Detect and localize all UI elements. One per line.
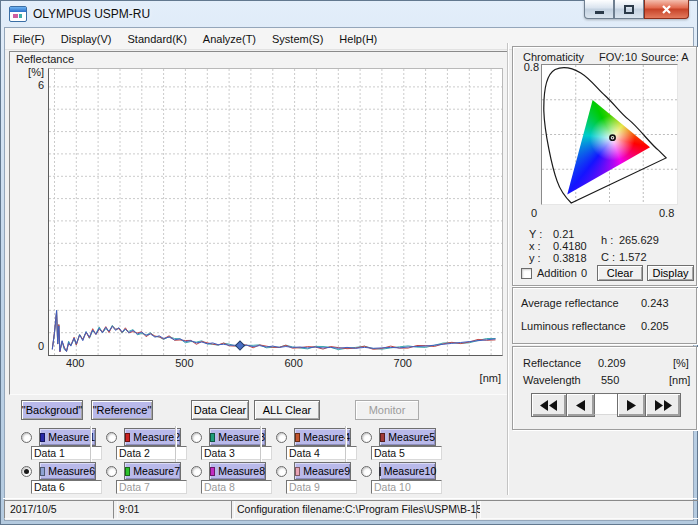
data-input-7[interactable]: Data 7 <box>116 480 187 494</box>
data-input-1[interactable]: Data 1 <box>31 446 102 460</box>
cursor-wavelength-value: 550 <box>601 374 619 386</box>
menu-item-file[interactable]: File(F) <box>5 29 53 49</box>
data-input-10[interactable]: Data 10 <box>371 480 442 494</box>
measure-color-swatch-7 <box>125 467 130 476</box>
back-icon <box>576 400 585 411</box>
reference-button[interactable]: "Reference" <box>91 400 153 420</box>
axis-label-top: 0.8 <box>517 61 539 73</box>
data-input-2[interactable]: Data 2 <box>116 446 187 460</box>
status-empty-cell <box>476 500 698 519</box>
measure-radio-10[interactable] <box>361 466 372 477</box>
status-config: Configuration filename:C:\Program Files\… <box>231 500 481 519</box>
addition-label: Addition <box>537 267 577 279</box>
measure-color-swatch-4 <box>295 433 300 442</box>
close-button[interactable] <box>644 0 689 19</box>
menu-item-standard[interactable]: Standard(K) <box>120 29 195 49</box>
measure-button-10[interactable]: Measure10 <box>379 462 436 480</box>
measure-button-label: Measure1 <box>48 431 95 443</box>
maximize-button[interactable] <box>614 0 644 19</box>
measure-button-5[interactable]: Measure5 <box>379 428 436 446</box>
cursor-marker-diamond[interactable] <box>235 341 244 350</box>
measure-button-6[interactable]: Measure6 <box>39 462 96 480</box>
measure-button-1[interactable]: Measure1 <box>39 428 96 446</box>
measure-radio-7[interactable] <box>106 466 117 477</box>
measure-button-label: Measure4 <box>303 431 350 443</box>
measure-color-swatch-5 <box>380 433 385 442</box>
x-axis-unit-label: [nm] <box>457 372 501 384</box>
cursor-wavelength-label: Wavelength <box>523 374 581 386</box>
menu-item-help[interactable]: Help(H) <box>331 29 385 49</box>
data-input-9[interactable]: Data 9 <box>286 480 357 494</box>
readout-x-value: 0.4180 <box>553 240 587 252</box>
measure-radio-4[interactable] <box>276 432 287 443</box>
addition-checkbox[interactable] <box>521 268 532 279</box>
measure-radio-8[interactable] <box>191 466 202 477</box>
readout-h-label: h : <box>601 234 613 246</box>
chromaticity-plot[interactable] <box>541 64 678 205</box>
measure-button-3[interactable]: Measure3 <box>209 428 266 446</box>
status-bar: 2017/10/5 9:01 Configuration filename:C:… <box>3 498 697 520</box>
clear-button[interactable]: Clear <box>597 265 643 281</box>
measure-color-swatch-2 <box>125 433 130 442</box>
menu-item-analyze[interactable]: Analyze(T) <box>195 29 264 49</box>
data-input-3[interactable]: Data 3 <box>201 446 272 460</box>
menu-item-display[interactable]: Display(V) <box>53 29 120 49</box>
readout-C-label: C : <box>601 251 615 263</box>
step-back-button[interactable] <box>566 393 595 417</box>
reflectance-plot[interactable] <box>48 68 503 356</box>
data-input-5[interactable]: Data 5 <box>371 446 442 460</box>
measure-radio-3[interactable] <box>191 432 202 443</box>
measure-button-7[interactable]: Measure7 <box>124 462 181 480</box>
display-button[interactable]: Display <box>647 265 694 281</box>
maximize-icon <box>624 5 634 14</box>
data-clear-button[interactable]: Data Clear <box>191 400 249 420</box>
y-axis-unit-label: [%] <box>16 66 44 78</box>
measure-radio-5[interactable] <box>361 432 372 443</box>
step-forward-button[interactable] <box>617 393 646 417</box>
monitor-button[interactable]: Monitor <box>355 400 419 420</box>
measure-radio-1[interactable] <box>21 432 32 443</box>
measure-radio-9[interactable] <box>276 466 287 477</box>
luminous-reflectance-value: 0.205 <box>641 320 669 332</box>
measure-button-label: Measure3 <box>218 431 265 443</box>
all-clear-button[interactable]: ALL Clear <box>254 400 320 420</box>
addition-count: 0 <box>581 267 587 279</box>
readout-y-value: 0.3818 <box>553 252 587 264</box>
data-input-4[interactable]: Data 4 <box>286 446 357 460</box>
measure-radio-2[interactable] <box>106 432 117 443</box>
measure-button-9[interactable]: Measure9 <box>294 462 351 480</box>
measure-button-2[interactable]: Measure2 <box>124 428 181 446</box>
app-icon <box>9 6 27 22</box>
readout-Y-label: Y : <box>529 228 542 240</box>
minimize-button[interactable] <box>584 0 614 19</box>
fast-forward-icon <box>654 400 672 411</box>
step-fast-back-button[interactable] <box>531 393 567 417</box>
measure-color-swatch-10 <box>379 467 381 476</box>
average-reflectance-label: Average reflectance <box>521 297 619 309</box>
cursor-reflectance-unit: [%] <box>673 357 689 369</box>
cursor-reflectance-label: Reflectance <box>523 357 581 369</box>
step-blank-cell <box>594 393 618 415</box>
measure-button-label: Measure9 <box>303 465 350 477</box>
step-fast-forward-button[interactable] <box>645 393 681 417</box>
fov-label: FOV: <box>599 51 624 63</box>
measure-button-label: Measure2 <box>133 431 180 443</box>
measure-radio-6[interactable] <box>21 466 32 477</box>
measure-button-label: Measure8 <box>218 465 265 477</box>
measure-button-4[interactable]: Measure4 <box>294 428 351 446</box>
summary-group: Average reflectance 0.243 Luminous refle… <box>512 287 697 344</box>
measure-button-label: Measure5 <box>388 431 435 443</box>
source-label: Source: A <box>641 51 689 63</box>
measure-blue-series <box>52 310 495 351</box>
data-input-6[interactable]: Data 6 <box>31 480 102 494</box>
minimize-icon <box>595 5 604 14</box>
data-input-8[interactable]: Data 8 <box>201 480 272 494</box>
right-panel: Chromaticity FOV: 10 Source: A 0.8 <box>507 43 697 495</box>
measure-button-8[interactable]: Measure8 <box>209 462 266 480</box>
readout-h-value: 265.629 <box>619 234 659 246</box>
background-button[interactable]: "Backgroud" <box>21 400 83 420</box>
x-axis-tick: 500 <box>171 357 197 369</box>
menu-item-system[interactable]: System(S) <box>264 29 331 49</box>
x-axis-tick: 700 <box>390 357 416 369</box>
measure-color-swatch-3 <box>210 433 215 442</box>
